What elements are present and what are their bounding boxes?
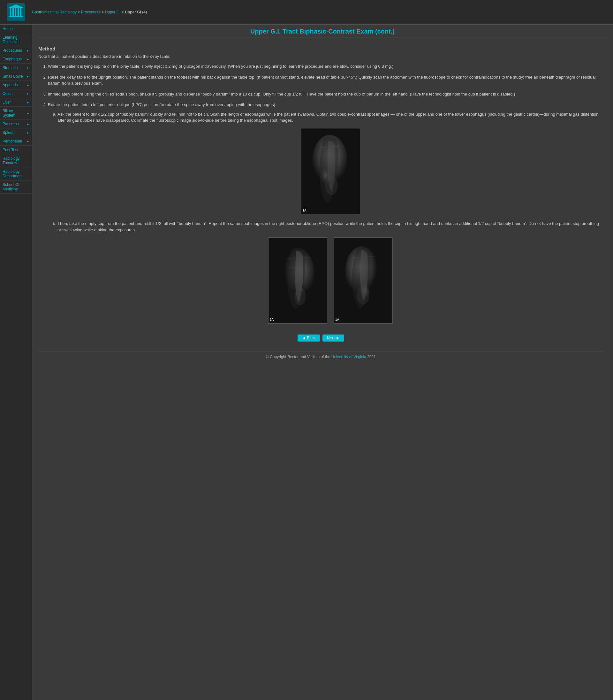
- breadcrumb-procedures-link[interactable]: Procedures: [81, 10, 101, 14]
- sidebar-item-biliary[interactable]: Biliary System ►: [0, 107, 32, 120]
- sidebar-item-school-medicine[interactable]: School Of Medicine: [0, 180, 32, 194]
- sidebar-liver-arrow-icon: ►: [26, 101, 29, 104]
- sidebar-item-small-bowel[interactable]: Small Bowel ►: [0, 72, 32, 81]
- sidebar-pancreas-arrow-icon: ►: [26, 122, 29, 126]
- sidebar-appendix-arrow-icon: ►: [26, 84, 29, 87]
- page-title-area: Upper G.I. Tract Biphasic-Contrast Exam …: [32, 25, 613, 43]
- sidebar-liver-label: Liver: [2, 100, 11, 104]
- content-area: Method Note that all patient positions d…: [32, 43, 613, 372]
- xray-image-3: 1A: [334, 237, 393, 323]
- sidebar-item-spleen[interactable]: Spleen ►: [0, 128, 32, 137]
- step-4: Rotate the patient into a left posterior…: [48, 102, 603, 323]
- footer-text: © Copyright Rector and Visitors of the: [266, 355, 330, 359]
- sidebar-item-appendix[interactable]: Appendix ►: [0, 81, 32, 89]
- sidebar-stomach-label: Stomach: [2, 65, 17, 70]
- sidebar-item-stomach[interactable]: Stomach ►: [0, 64, 32, 72]
- xray-image-1: 1A: [301, 128, 360, 214]
- step-4b: Then, take the empty cup from the patien…: [57, 220, 603, 323]
- sidebar-colon-label: Colon: [2, 91, 12, 96]
- sidebar-esophagus-label: Esophagus: [2, 57, 22, 61]
- sidebar-radiology-tutorials-label: Radiology Tutorials: [2, 156, 29, 165]
- footer-link[interactable]: University of Virginia: [331, 355, 367, 359]
- sidebar-item-home[interactable]: Home: [0, 25, 32, 33]
- intro-text: Note that all patient positions describe…: [38, 54, 603, 59]
- xray-3-label: 1A: [335, 317, 339, 322]
- sidebar-peritoneum-arrow-icon: ►: [26, 140, 29, 143]
- layout: Home Learning Objectives Procedures ► Es…: [0, 25, 613, 700]
- breadcrumb-current: Upper GI (4): [125, 10, 147, 14]
- sidebar-item-peritoneum[interactable]: Peritoneum ►: [0, 137, 32, 146]
- xray-image-container-1: 1A: [57, 128, 603, 216]
- sidebar-procedures-arrow-icon: ►: [26, 49, 29, 52]
- sidebar: Home Learning Objectives Procedures ► Es…: [0, 25, 32, 700]
- sidebar-radiology-dept-label: Radiology Department: [2, 169, 29, 178]
- step-2: Raise the x-ray table to the upright pos…: [48, 74, 603, 87]
- svg-rect-4: [12, 8, 14, 16]
- footer-year-value: 2021: [367, 355, 376, 359]
- step-4a-text: Ask the patient to drink 1/2 cup of “bub…: [57, 112, 599, 123]
- svg-point-17: [295, 288, 306, 305]
- sidebar-pancreas-label: Pancreas: [2, 122, 19, 126]
- nav-buttons: ◄ Back Next ►: [38, 328, 603, 348]
- next-button[interactable]: Next ►: [323, 334, 344, 342]
- title-divider: [38, 37, 607, 38]
- sidebar-item-liver[interactable]: Liver ►: [0, 98, 32, 107]
- header: Gastrointestinal Radiology > Procedures …: [0, 0, 613, 25]
- sidebar-item-radiology-dept[interactable]: Radiology Department: [0, 167, 32, 180]
- step-1: While the patient is lying supine on the…: [48, 63, 603, 69]
- svg-rect-1: [9, 16, 23, 17]
- sidebar-small-bowel-arrow-icon: ►: [26, 75, 29, 78]
- page-title: Upper G.I. Tract Biphasic-Contrast Exam …: [38, 28, 607, 35]
- breadcrumb-uppergy-link[interactable]: Upper GI: [105, 10, 121, 14]
- sidebar-item-esophagus[interactable]: Esophagus ►: [0, 55, 32, 64]
- xray-1-label: 1A: [303, 208, 306, 213]
- sidebar-item-pancreas[interactable]: Pancreas ►: [0, 120, 32, 128]
- back-button[interactable]: ◄ Back: [298, 334, 320, 342]
- svg-rect-7: [20, 8, 22, 16]
- sidebar-item-colon[interactable]: Colon ►: [0, 89, 32, 98]
- sidebar-colon-arrow-icon: ►: [26, 92, 29, 96]
- sidebar-learning-label: Learning Objectives: [2, 35, 29, 44]
- footer: © Copyright Rector and Visitors of the U…: [38, 351, 603, 366]
- breadcrumb-gi-link[interactable]: Gastrointestinal Radiology: [32, 10, 77, 14]
- svg-rect-5: [15, 8, 16, 16]
- step-1-text: While the patient is lying supine on the…: [48, 64, 393, 69]
- xray-image-container-2: 1A: [57, 237, 603, 323]
- university-logo-icon: [7, 3, 25, 21]
- sidebar-item-post-test[interactable]: Post Test: [0, 146, 32, 154]
- sidebar-stomach-arrow-icon: ►: [26, 66, 29, 69]
- step-4b-text: Then, take the empty cup from the patien…: [57, 221, 599, 232]
- sidebar-item-procedures[interactable]: Procedures ►: [0, 46, 32, 55]
- svg-rect-3: [10, 8, 11, 16]
- step-3-text: Immediately before using the chilled sod…: [48, 92, 515, 97]
- xray-image-2: 1A: [268, 237, 327, 323]
- footer-link-text: University of Virginia: [331, 355, 366, 359]
- steps-list: While the patient is lying supine on the…: [48, 63, 603, 323]
- sidebar-biliary-arrow-icon: ►: [26, 112, 29, 115]
- sidebar-appendix-label: Appendix: [2, 83, 18, 87]
- svg-rect-6: [17, 8, 19, 16]
- step-2-text: Raise the x-ray table to the upright pos…: [48, 75, 596, 86]
- svg-point-14: [325, 176, 338, 194]
- step-3: Immediately before using the chilled sod…: [48, 91, 603, 98]
- sidebar-biliary-label: Biliary System: [2, 109, 26, 117]
- sidebar-school-medicine-label: School Of Medicine: [2, 182, 29, 191]
- sidebar-procedures-label: Procedures: [2, 48, 22, 53]
- breadcrumb: Gastrointestinal Radiology > Procedures …: [29, 10, 147, 14]
- step-4-sublist: Ask the patient to drink 1/2 cup of “bub…: [57, 111, 603, 324]
- sidebar-item-learning[interactable]: Learning Objectives: [0, 33, 32, 46]
- sidebar-small-bowel-label: Small Bowel: [2, 74, 24, 79]
- logo-area: [3, 2, 29, 22]
- sidebar-spleen-arrow-icon: ►: [26, 131, 29, 135]
- xray-2-label: 1A: [270, 317, 274, 322]
- sidebar-post-test-label: Post Test: [2, 148, 18, 152]
- sidebar-item-radiology-tutorials[interactable]: Radiology Tutorials: [0, 154, 32, 167]
- step-4a: Ask the patient to drink 1/2 cup of “bub…: [57, 111, 603, 216]
- method-heading: Method: [38, 46, 603, 51]
- main-content: Upper G.I. Tract Biphasic-Contrast Exam …: [32, 25, 613, 700]
- step-4-text: Rotate the patient into a left posterior…: [48, 102, 276, 107]
- svg-point-23: [357, 286, 369, 304]
- sidebar-esophagus-arrow-icon: ►: [26, 58, 29, 61]
- sidebar-peritoneum-label: Peritoneum: [2, 139, 22, 143]
- sidebar-home-label: Home: [2, 26, 13, 31]
